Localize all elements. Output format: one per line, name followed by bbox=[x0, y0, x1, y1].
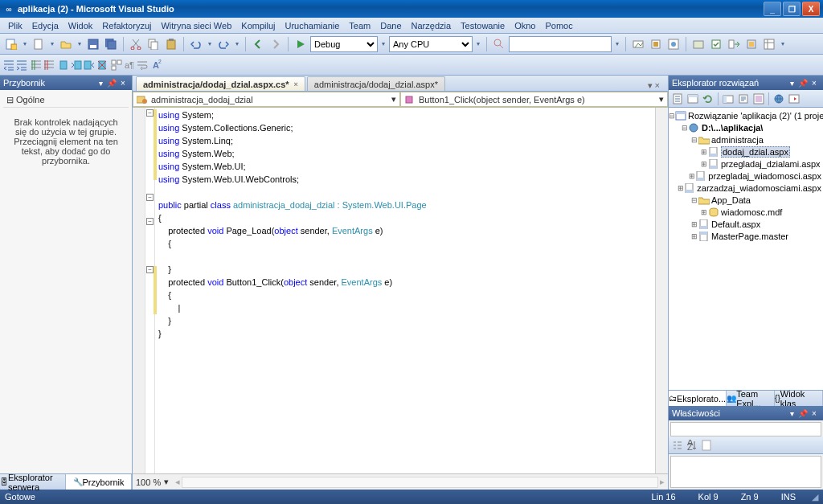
new-dropdown-icon[interactable]: ▾ bbox=[21, 40, 29, 47]
view-code-button[interactable] bbox=[736, 92, 751, 106]
whitespace-button[interactable]: a¶ bbox=[124, 59, 135, 71]
vertical-scrollbar[interactable] bbox=[655, 108, 668, 473]
member-combo[interactable]: Button1_Click(object sender, EventArgs e… bbox=[400, 92, 668, 107]
nav-forward-button[interactable] bbox=[268, 36, 284, 52]
tab-przybornik[interactable]: 🔧 Przybornik bbox=[66, 474, 132, 490]
maximize-button[interactable]: ❐ bbox=[783, 2, 800, 16]
fold-mark-icon[interactable]: − bbox=[146, 194, 154, 201]
menu-narzedzia[interactable]: Narzędzia bbox=[407, 19, 457, 32]
tree-file-masterpage[interactable]: ⊞MasterPage.master bbox=[669, 230, 823, 242]
resize-grip-icon[interactable]: ◢ bbox=[807, 492, 818, 502]
tb-extra-2[interactable] bbox=[648, 36, 664, 52]
undo-dropdown-icon[interactable]: ▾ bbox=[206, 40, 214, 47]
tree-file-wiadomosc-mdf[interactable]: ⊞wiadomosc.mdf bbox=[669, 206, 823, 218]
tb-more-icon[interactable]: ▾ bbox=[779, 40, 787, 47]
outline-button[interactable] bbox=[111, 59, 122, 71]
redo-button[interactable] bbox=[215, 36, 231, 52]
bookmark-toggle-button[interactable] bbox=[58, 59, 69, 71]
tree-solution[interactable]: ⊟Rozwiązanie 'aplikacja (2)' (1 projekt) bbox=[669, 109, 823, 121]
pin-icon[interactable]: ▾ bbox=[95, 79, 106, 88]
autohide-icon[interactable]: 📌 bbox=[106, 79, 117, 88]
find-button[interactable] bbox=[491, 36, 507, 52]
nest-button[interactable] bbox=[721, 92, 735, 106]
config-combo[interactable]: Debug bbox=[310, 36, 378, 52]
bookmark-next-button[interactable] bbox=[84, 59, 95, 71]
cut-button[interactable] bbox=[128, 36, 144, 52]
undo-button[interactable] bbox=[188, 36, 204, 52]
tree-file-dodaj-dzial[interactable]: ⊞dodaj_dzial.aspx bbox=[669, 145, 823, 158]
tab-eksplorator-serwera[interactable]: 🗄 Eksplorator serwera bbox=[0, 474, 66, 490]
type-combo[interactable]: administracja_dodaj_dzial▾ bbox=[133, 92, 400, 107]
tree-file-przegladaj-dzialami[interactable]: ⊞przegladaj_dzialami.aspx bbox=[669, 158, 823, 170]
open-button[interactable] bbox=[58, 36, 74, 52]
menu-uruchamianie[interactable]: Uruchamianie bbox=[280, 19, 344, 32]
close-button[interactable]: X bbox=[802, 2, 820, 16]
autohide-icon[interactable]: 📌 bbox=[797, 409, 809, 418]
tb-extra-4[interactable] bbox=[690, 36, 706, 52]
save-button[interactable] bbox=[85, 36, 101, 52]
autohide-icon[interactable]: 📌 bbox=[797, 79, 809, 88]
properties-object-combo[interactable] bbox=[670, 422, 821, 436]
menu-refaktoryzuj[interactable]: Refaktoryzuj bbox=[97, 19, 156, 32]
view-designer-button[interactable] bbox=[751, 92, 766, 106]
tab-dodaj-dzial-aspx[interactable]: administracja/dodaj_dzial.aspx* bbox=[307, 76, 445, 91]
fold-mark-icon[interactable]: − bbox=[146, 218, 154, 225]
start-button[interactable] bbox=[293, 36, 309, 52]
properties-grid[interactable] bbox=[670, 456, 821, 488]
tab-close-icon[interactable]: × bbox=[294, 80, 298, 88]
categorized-icon[interactable] bbox=[672, 440, 683, 451]
copy-button[interactable] bbox=[145, 36, 162, 52]
uncomment-button[interactable] bbox=[43, 59, 55, 71]
redo-dropdown-icon[interactable]: ▾ bbox=[233, 40, 241, 47]
comment-button[interactable] bbox=[31, 59, 42, 71]
properties-page-icon[interactable] bbox=[701, 440, 712, 451]
platform-combo[interactable]: Any CPU bbox=[389, 36, 473, 52]
menu-edycja[interactable]: Edycja bbox=[27, 19, 63, 32]
tb-extra-5[interactable] bbox=[708, 36, 724, 52]
tb-extra-8[interactable] bbox=[761, 36, 777, 52]
refresh-button[interactable] bbox=[701, 92, 715, 106]
find-dropdown-icon[interactable]: ▾ bbox=[613, 40, 621, 47]
new-project-button[interactable] bbox=[3, 36, 19, 52]
h-scroll-left-icon[interactable]: ◂ bbox=[175, 477, 180, 487]
minimize-button[interactable]: _ bbox=[764, 2, 781, 16]
tb-extra-3[interactable] bbox=[665, 36, 682, 52]
tree-folder-appdata[interactable]: ⊟App_Data bbox=[669, 194, 823, 206]
alphabetical-icon[interactable]: AZ bbox=[686, 440, 698, 451]
tb-extra-6[interactable] bbox=[726, 36, 742, 52]
open-dropdown-icon[interactable]: ▾ bbox=[76, 40, 84, 47]
menu-okno[interactable]: Okno bbox=[510, 19, 540, 32]
indent-more-button[interactable] bbox=[16, 59, 27, 71]
tb-extra-1[interactable] bbox=[630, 36, 646, 52]
fold-mark-icon[interactable]: − bbox=[146, 109, 154, 117]
zoom-dropdown-icon[interactable]: ▾ bbox=[164, 477, 169, 487]
menu-witryna[interactable]: Witryna sieci Web bbox=[156, 19, 236, 32]
pin-icon[interactable]: ▾ bbox=[786, 79, 797, 88]
wrap-button[interactable] bbox=[137, 59, 148, 71]
code-content[interactable]: using System; using System.Collections.G… bbox=[155, 108, 655, 473]
menu-testowanie[interactable]: Testowanie bbox=[456, 19, 510, 32]
paste-button[interactable] bbox=[163, 36, 179, 52]
panel-close-icon[interactable]: × bbox=[809, 409, 820, 418]
tree-file-przegladaj-wiadomosci[interactable]: ⊞przegladaj_wiadomosci.aspx bbox=[669, 170, 823, 182]
pin-icon[interactable]: ▾ bbox=[786, 409, 797, 418]
menu-dane[interactable]: Dane bbox=[375, 19, 406, 32]
code-editor[interactable]: − − − − using System; using System.Colle… bbox=[133, 108, 668, 473]
bookmark-prev-button[interactable] bbox=[71, 59, 82, 71]
tabs-overflow-icon[interactable]: ▾ × bbox=[643, 80, 665, 91]
find-input[interactable] bbox=[509, 36, 612, 52]
save-all-button[interactable] bbox=[103, 36, 119, 52]
new-file-button[interactable] bbox=[31, 36, 47, 52]
config-dropdown-icon[interactable]: ▾ bbox=[379, 40, 387, 47]
panel-close-icon[interactable]: × bbox=[809, 79, 820, 88]
solution-tree[interactable]: ⊟Rozwiązanie 'aplikacja (2)' (1 projekt)… bbox=[669, 108, 823, 390]
intellisense-button[interactable]: A² bbox=[151, 59, 162, 71]
indent-less-button[interactable] bbox=[3, 59, 14, 71]
show-all-button[interactable] bbox=[686, 92, 700, 106]
menu-kompiluj[interactable]: Kompiluj bbox=[236, 19, 280, 32]
tree-folder-admin[interactable]: ⊟administracja bbox=[669, 133, 823, 145]
menu-pomoc[interactable]: Pomoc bbox=[540, 19, 577, 32]
tab-eksplorator[interactable]: 🗂 Eksplorato... bbox=[669, 391, 727, 406]
panel-close-icon[interactable]: × bbox=[117, 79, 129, 88]
nav-back-button[interactable] bbox=[250, 36, 266, 52]
